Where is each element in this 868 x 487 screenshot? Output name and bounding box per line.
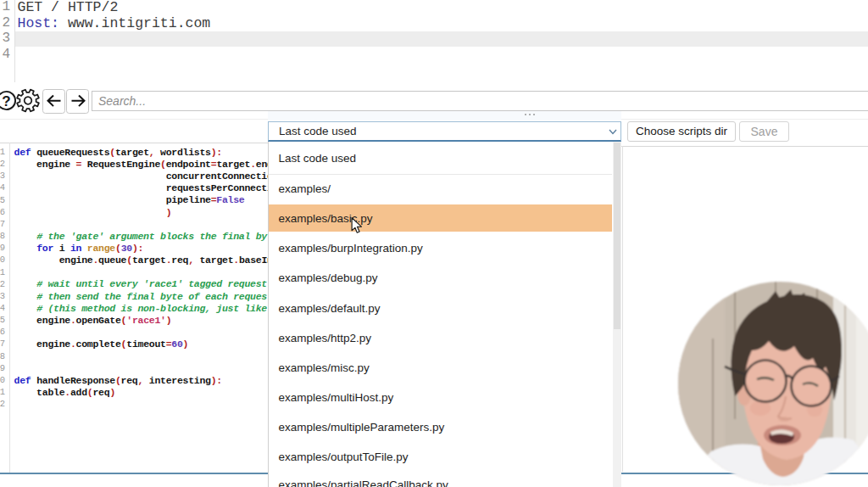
- svg-text:?: ?: [2, 93, 10, 109]
